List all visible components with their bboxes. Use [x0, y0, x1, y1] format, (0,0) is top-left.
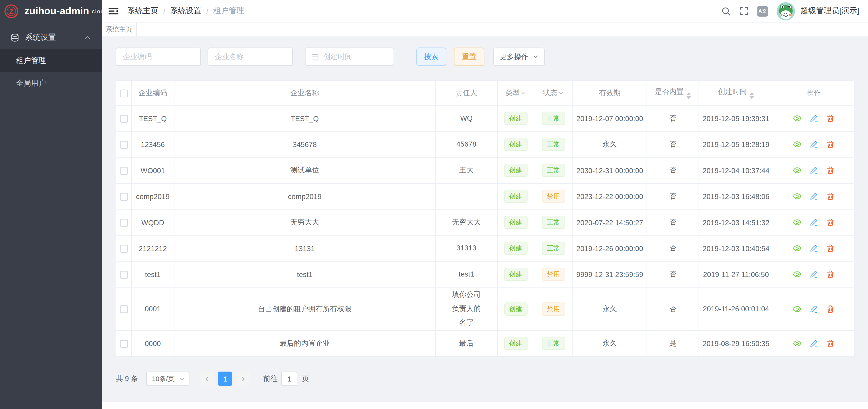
- pagination: 共 9 条 10条/页 1 前往 页: [116, 372, 854, 396]
- pagination-total: 共 9 条: [116, 374, 138, 384]
- cell-owner: 最后: [435, 330, 497, 356]
- page-size-select[interactable]: 10条/页: [147, 372, 190, 386]
- frog-avatar-icon: [777, 2, 795, 20]
- delete-icon[interactable]: [826, 339, 835, 348]
- edit-icon[interactable]: [809, 305, 818, 313]
- sidebar-collapse-icon[interactable]: [108, 7, 119, 15]
- breadcrumb: 系统主页 / 系统设置 / 租户管理: [127, 6, 244, 16]
- cell-name: 13131: [174, 235, 435, 261]
- avatar[interactable]: [777, 2, 795, 20]
- delete-icon[interactable]: [826, 218, 835, 227]
- delete-icon[interactable]: [826, 305, 835, 313]
- edit-icon[interactable]: [809, 270, 818, 279]
- company-name-input[interactable]: [208, 47, 293, 66]
- search-icon[interactable]: [721, 6, 731, 16]
- col-created-time[interactable]: 创建时间: [699, 80, 773, 105]
- row-checkbox[interactable]: [120, 193, 128, 201]
- cell-builtin: 否: [647, 287, 699, 330]
- sidebar-item-tenant-management[interactable]: 租户管理: [0, 49, 102, 72]
- view-icon[interactable]: [793, 114, 802, 123]
- edit-icon[interactable]: [809, 166, 818, 175]
- sidebar-item-global-users[interactable]: 全局用户: [0, 72, 102, 95]
- status-tag: 正常: [541, 112, 565, 125]
- row-checkbox[interactable]: [120, 340, 128, 348]
- delete-icon[interactable]: [826, 244, 835, 253]
- delete-icon[interactable]: [826, 166, 835, 175]
- next-page-button[interactable]: [237, 372, 250, 386]
- cell-code: 2121212: [131, 235, 174, 261]
- delete-icon[interactable]: [826, 270, 835, 279]
- edit-icon[interactable]: [809, 218, 818, 227]
- fullscreen-icon[interactable]: [740, 7, 749, 15]
- row-checkbox[interactable]: [120, 305, 128, 313]
- tab-system-home[interactable]: 系统主页: [102, 23, 137, 37]
- status-tag: 禁用: [541, 302, 565, 315]
- edit-icon[interactable]: [809, 114, 818, 123]
- view-icon[interactable]: [793, 305, 802, 313]
- company-code-input[interactable]: [116, 47, 201, 66]
- row-checkbox[interactable]: [120, 167, 128, 174]
- cell-code: TEST_Q: [131, 105, 174, 131]
- view-icon[interactable]: [793, 140, 802, 149]
- sidebar: Z zuihou-admin cloud 系统设置 租户管理 全局用户: [0, 0, 102, 409]
- language-icon[interactable]: A文: [757, 6, 768, 16]
- logo-mark-icon: Z: [4, 4, 18, 18]
- view-icon[interactable]: [793, 192, 802, 201]
- edit-icon[interactable]: [809, 339, 818, 348]
- delete-icon[interactable]: [826, 114, 835, 123]
- cell-actions: [773, 287, 855, 330]
- breadcrumb-home[interactable]: 系统主页: [127, 6, 158, 16]
- sidebar-section-system-settings[interactable]: 系统设置: [0, 26, 102, 49]
- col-company-name: 企业名称: [174, 80, 435, 105]
- table-row: 0000 最后的内置企业 最后 创建 正常 永久 是 2019-08-29 16…: [116, 330, 855, 356]
- row-checkbox[interactable]: [120, 245, 128, 253]
- prev-page-button[interactable]: [200, 372, 214, 386]
- chevron-down-icon: [179, 376, 185, 382]
- main-area: 系统主页 / 系统设置 / 租户管理 A文: [102, 0, 868, 409]
- sort-icon[interactable]: [749, 92, 754, 99]
- view-icon[interactable]: [793, 166, 802, 175]
- logo-title: zuihou-admin: [24, 5, 89, 17]
- sort-icon[interactable]: [686, 92, 691, 99]
- page-number-current[interactable]: 1: [218, 372, 232, 386]
- edit-icon[interactable]: [809, 192, 818, 201]
- row-checkbox[interactable]: [120, 219, 128, 227]
- chevron-down-icon: [532, 54, 538, 60]
- delete-icon[interactable]: [826, 192, 835, 201]
- row-checkbox[interactable]: [120, 115, 128, 123]
- cell-actions: [773, 261, 855, 287]
- view-icon[interactable]: [793, 339, 802, 348]
- table-row: test1 test1 test1 创建 禁用 9999-12-31 23:59…: [116, 261, 855, 287]
- edit-icon[interactable]: [809, 140, 818, 149]
- reset-button[interactable]: 重置: [454, 47, 485, 66]
- col-builtin[interactable]: 是否内置: [647, 80, 699, 105]
- goto-page-input[interactable]: [281, 372, 298, 386]
- cell-builtin: 否: [647, 209, 699, 235]
- user-name[interactable]: 超级管理员[演示]: [801, 6, 859, 16]
- cell-name: 测试单位: [174, 157, 435, 183]
- breadcrumb-system-settings[interactable]: 系统设置: [170, 6, 201, 16]
- row-checkbox[interactable]: [120, 271, 128, 279]
- col-status[interactable]: 状态: [534, 80, 572, 105]
- more-actions-button[interactable]: 更多操作: [493, 47, 545, 66]
- sidebar-menu: 系统设置 租户管理 全局用户: [0, 26, 102, 95]
- select-all-checkbox[interactable]: [120, 90, 128, 97]
- page-content: 搜索 重置 更多操作: [102, 37, 868, 402]
- delete-icon[interactable]: [826, 140, 835, 149]
- cell-builtin: 否: [647, 235, 699, 261]
- edit-icon[interactable]: [809, 244, 818, 253]
- more-actions-label: 更多操作: [499, 52, 528, 62]
- search-button[interactable]: 搜索: [416, 47, 446, 66]
- created-time-input[interactable]: [323, 53, 388, 61]
- table-row: 2121212 13131 31313 创建 正常 2019-12-26 00:…: [116, 235, 855, 261]
- app-root: Z zuihou-admin cloud 系统设置 租户管理 全局用户 系统主页…: [0, 0, 868, 409]
- view-icon[interactable]: [793, 218, 802, 227]
- row-checkbox[interactable]: [120, 141, 128, 148]
- cell-owner: 45678: [435, 131, 497, 157]
- view-icon[interactable]: [793, 244, 802, 253]
- cell-validity: 2030-12-31 00:00:00: [573, 157, 647, 183]
- cell-actions: [773, 157, 855, 183]
- col-type[interactable]: 类型: [497, 80, 534, 105]
- created-time-picker[interactable]: [305, 47, 394, 66]
- view-icon[interactable]: [793, 270, 802, 279]
